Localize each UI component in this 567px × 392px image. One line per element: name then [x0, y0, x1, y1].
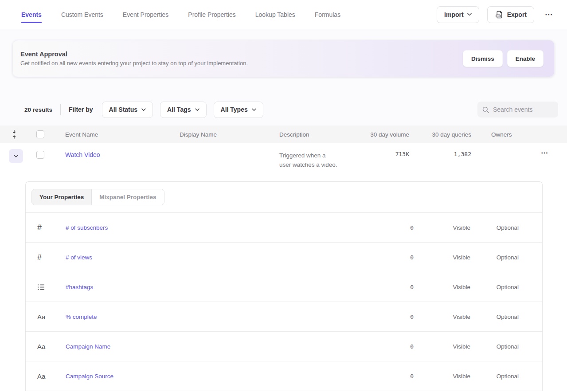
number-icon: # — [37, 223, 42, 232]
text-icon: Aa — [37, 313, 45, 321]
property-row: #hashtags 0 Visible Optional — [26, 272, 542, 302]
chevron-down-icon — [141, 108, 146, 111]
property-row: Aa Campaign Source 0 Visible Optional — [26, 361, 542, 391]
divider — [60, 104, 61, 115]
collapse-all-icon[interactable] — [0, 130, 28, 139]
text-icon: Aa — [37, 343, 45, 350]
types-filter-value: All Types — [221, 106, 248, 113]
event-name-link[interactable]: Watch Video — [65, 151, 100, 158]
property-visibility: Visible — [414, 314, 470, 320]
property-name-link[interactable]: #hashtags — [66, 284, 93, 290]
property-visibility: Visible — [414, 373, 470, 380]
property-requirement: Optional — [470, 224, 519, 231]
column-display-name: Display Name — [168, 131, 268, 138]
import-button[interactable]: Import — [437, 6, 479, 23]
tab-your-properties[interactable]: Your Properties — [32, 189, 91, 205]
text-icon: Aa — [37, 372, 45, 380]
property-value: 0 — [365, 343, 414, 350]
event-row-watch-video: Watch Video Triggered when a user watche… — [0, 143, 567, 178]
property-requirement: Optional — [470, 284, 519, 290]
volume-value: 713K — [352, 151, 409, 157]
property-requirement: Optional — [470, 343, 519, 350]
chevron-down-icon — [252, 108, 256, 111]
export-button[interactable]: csv Export — [487, 6, 534, 23]
list-icon — [37, 284, 45, 290]
column-event-name: Event Name — [53, 131, 168, 138]
column-queries: 30 day queries — [409, 131, 471, 138]
tab-custom-events[interactable]: Custom Events — [61, 0, 103, 29]
banner-title: Event Approval — [20, 51, 248, 58]
property-visibility: Visible — [414, 224, 470, 231]
property-name-link[interactable]: # of views — [66, 254, 92, 261]
events-table-header: Event Name Display Name Description 30 d… — [0, 125, 567, 143]
property-row: Aa % complete 0 Visible Optional — [26, 302, 542, 332]
search-events-box — [477, 102, 558, 118]
queries-value: 1,382 — [409, 151, 471, 157]
column-volume: 30 day volume — [352, 131, 409, 138]
upper-section: Event Approval Get notified on all new e… — [0, 29, 567, 125]
number-icon: # — [37, 253, 42, 262]
results-count: 20 results — [24, 106, 52, 113]
property-row: Aa Campaign Name 0 Visible Optional — [26, 332, 542, 361]
property-row: # # of views 0 Visible Optional — [26, 243, 542, 272]
tab-event-properties[interactable]: Event Properties — [123, 0, 169, 29]
tab-formulas[interactable]: Formulas — [315, 0, 340, 29]
column-description: Description — [268, 131, 352, 138]
expanded-panel-area: Your Properties Mixpanel Properties # # … — [0, 178, 567, 391]
filter-by-label: Filter by — [69, 106, 93, 113]
search-input[interactable] — [493, 106, 567, 113]
property-value: 0 — [365, 224, 414, 231]
property-requirement: Optional — [470, 373, 519, 380]
property-value: 0 — [365, 254, 414, 261]
enable-button[interactable]: Enable — [507, 50, 544, 67]
property-value: 0 — [365, 314, 414, 320]
property-visibility: Visible — [414, 254, 470, 261]
tags-filter-dropdown[interactable]: All Tags — [160, 102, 206, 118]
tab-events[interactable]: Events — [21, 0, 42, 29]
property-name-link[interactable]: % complete — [66, 314, 97, 320]
property-requirement: Optional — [470, 254, 519, 261]
property-visibility: Visible — [414, 343, 470, 350]
status-filter-dropdown[interactable]: All Status — [102, 102, 153, 118]
types-filter-dropdown[interactable]: All Types — [214, 102, 263, 118]
property-value: 0 — [365, 373, 414, 380]
property-visibility: Visible — [414, 284, 470, 290]
status-filter-value: All Status — [109, 106, 138, 113]
chevron-down-icon — [195, 108, 199, 111]
banner-description: Get notified on all new events entering … — [20, 60, 248, 67]
event-description: Triggered when a user watches a video. — [268, 151, 338, 169]
tags-filter-value: All Tags — [167, 106, 191, 113]
properties-panel: Your Properties Mixpanel Properties # # … — [25, 181, 543, 391]
chevron-down-icon — [467, 13, 472, 16]
property-name-link[interactable]: # of subscribers — [66, 224, 108, 231]
filter-toolbar: 20 results Filter by All Status All Tags… — [24, 101, 558, 118]
search-icon — [482, 106, 489, 114]
nav-tabs: Events Custom Events Event Properties Pr… — [21, 0, 340, 29]
event-approval-banner: Event Approval Get notified on all new e… — [12, 40, 555, 77]
property-row: # # of subscribers 0 Visible Optional — [26, 213, 542, 243]
property-name-link[interactable]: Campaign Source — [66, 373, 113, 380]
collapse-row-button[interactable] — [9, 149, 23, 163]
tab-lookup-tables[interactable]: Lookup Tables — [255, 0, 295, 29]
row-more-options-button[interactable]: ⋯ — [539, 149, 548, 157]
properties-tab-control: Your Properties Mixpanel Properties — [31, 189, 164, 205]
top-navigation-bar: Events Custom Events Event Properties Pr… — [0, 0, 567, 29]
more-options-button[interactable]: ⋯ — [542, 8, 555, 21]
tab-profile-properties[interactable]: Profile Properties — [188, 0, 235, 29]
tab-mixpanel-properties[interactable]: Mixpanel Properties — [91, 189, 164, 205]
property-requirement: Optional — [470, 314, 519, 320]
column-owners: Owners — [471, 131, 539, 138]
select-all-checkbox[interactable] — [36, 130, 44, 138]
svg-text:csv: csv — [496, 15, 500, 17]
dismiss-button[interactable]: Dismiss — [463, 50, 503, 67]
csv-file-icon: csv — [495, 10, 504, 19]
row-checkbox[interactable] — [36, 151, 44, 159]
import-button-label: Import — [444, 11, 464, 18]
properties-panel-header: Your Properties Mixpanel Properties — [26, 182, 542, 213]
export-button-label: Export — [507, 11, 527, 18]
property-name-link[interactable]: Campaign Name — [66, 343, 110, 350]
property-value: 0 — [365, 284, 414, 290]
